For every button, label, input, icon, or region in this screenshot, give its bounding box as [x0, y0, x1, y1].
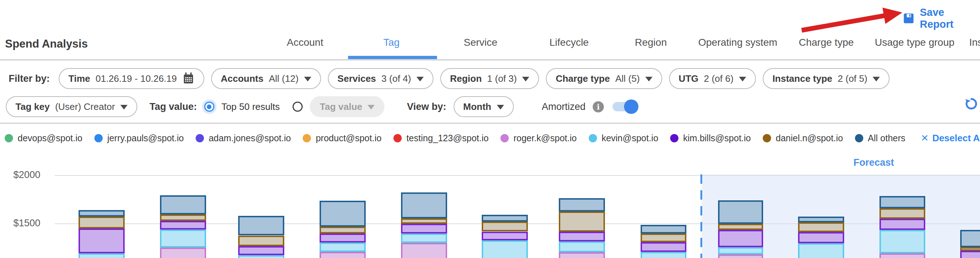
- bar-6-segment-kim-bills[interactable]: [482, 232, 528, 241]
- bar-1-segment-kim-bills[interactable]: [78, 228, 125, 253]
- tab-usage-type-group[interactable]: Usage type group: [875, 37, 955, 48]
- bar-2-segment-daniel-n[interactable]: [160, 214, 206, 221]
- bar-1-segment-daniel-n[interactable]: [78, 217, 125, 228]
- bar-1-segment-all-others[interactable]: [78, 210, 125, 217]
- legend-item-daniel-n[interactable]: daniel.n@spot.io: [763, 133, 843, 143]
- bar-4-segment-roger-k[interactable]: [320, 252, 366, 258]
- chevron-down-icon: [304, 77, 311, 81]
- bar-4-segment-all-others[interactable]: [320, 201, 366, 227]
- amortized-toggle[interactable]: [612, 101, 636, 112]
- bar-7-segment-daniel-n[interactable]: [559, 212, 605, 232]
- bar-9-segment-kevin[interactable]: [718, 247, 763, 255]
- bar-11-segment-kevin[interactable]: [880, 230, 925, 253]
- bar-10-segment-kevin[interactable]: [798, 243, 844, 258]
- legend-item-jerry-pauls[interactable]: jerry.pauls@spot.io: [94, 133, 184, 143]
- filter-by-label: Filter by:: [9, 73, 50, 84]
- info-icon[interactable]: i: [593, 101, 604, 112]
- bar-8-segment-kevin[interactable]: [641, 252, 686, 258]
- bar-6-segment-kevin[interactable]: [482, 240, 528, 258]
- pill-value: All (5): [616, 73, 640, 84]
- legend-label: testing_123@spot.io: [406, 133, 488, 143]
- tab-region[interactable]: Region: [635, 37, 667, 48]
- bar-8-segment-all-others[interactable]: [641, 225, 686, 234]
- tab-operating-system[interactable]: Operating system: [698, 37, 777, 48]
- bar-12-segment-kim-bills[interactable]: [960, 251, 980, 258]
- bar-7-segment-kevin[interactable]: [559, 241, 605, 252]
- tab-inst[interactable]: Inst: [969, 37, 980, 48]
- bar-8-segment-daniel-n[interactable]: [641, 234, 686, 242]
- bar-7-segment-roger-k[interactable]: [559, 252, 605, 258]
- filter-pill-accounts[interactable]: AccountsAll (12): [211, 68, 321, 89]
- legend-item-testing-123[interactable]: testing_123@spot.io: [393, 133, 488, 143]
- bar-5-segment-all-others[interactable]: [401, 193, 447, 218]
- chevron-down-icon: [417, 77, 424, 81]
- legend-item-adam-jones[interactable]: adam.jones@spot.io: [196, 133, 291, 143]
- bar-3-segment-all-others[interactable]: [238, 216, 284, 236]
- bar-4-segment-kevin[interactable]: [320, 242, 366, 252]
- bar-2-segment-all-others[interactable]: [160, 195, 206, 214]
- bar-6-segment-daniel-n[interactable]: [482, 221, 528, 232]
- filter-pill-charge-type[interactable]: Charge typeAll (5): [546, 68, 662, 89]
- bar-10-segment-kim-bills[interactable]: [798, 232, 844, 243]
- bar-1-segment-kevin[interactable]: [78, 253, 125, 258]
- legend-item-devops[interactable]: devops@spot.io: [5, 133, 83, 143]
- tab-service[interactable]: Service: [464, 37, 497, 48]
- tab-tag[interactable]: Tag: [383, 37, 399, 48]
- bar-8-segment-kim-bills[interactable]: [641, 242, 686, 252]
- bar-2-segment-kim-bills[interactable]: [160, 221, 206, 229]
- legend-item-all-others[interactable]: All others: [855, 133, 905, 143]
- bar-7-segment-all-others[interactable]: [559, 198, 605, 212]
- legend-dot: [5, 134, 13, 142]
- bar-9-segment-all-others[interactable]: [718, 200, 763, 224]
- radio-top-50-results[interactable]: [204, 102, 215, 112]
- bar-5-segment-kevin[interactable]: [401, 234, 447, 243]
- bar-5-segment-daniel-n[interactable]: [401, 218, 447, 224]
- bar-9-segment-daniel-n[interactable]: [718, 224, 763, 230]
- bar-9-segment-roger-k[interactable]: [718, 255, 763, 258]
- amortized-label: Amortized: [542, 101, 586, 112]
- bar-3-segment-kim-bills[interactable]: [238, 246, 284, 255]
- bar-12-segment-daniel-n[interactable]: [960, 247, 980, 251]
- bar-11-segment-daniel-n[interactable]: [880, 208, 925, 219]
- bar-3-segment-daniel-n[interactable]: [238, 236, 284, 247]
- filter-pill-time[interactable]: Time01.26.19 - 10.26.19: [59, 68, 204, 89]
- tab-charge-type[interactable]: Charge type: [799, 37, 854, 48]
- bar-2-segment-roger-k[interactable]: [160, 248, 206, 258]
- bar-11-segment-kim-bills[interactable]: [880, 219, 925, 230]
- top-50-results-label: Top 50 results: [221, 101, 280, 112]
- filter-pill-region[interactable]: Region1 (of 3): [440, 68, 539, 89]
- filter-pill-services[interactable]: Services3 (of 4): [328, 68, 433, 89]
- legend-item-roger-k[interactable]: roger.k@spot.io: [500, 133, 576, 143]
- bar-3-segment-kevin[interactable]: [238, 255, 284, 258]
- bar-6-segment-all-others[interactable]: [482, 215, 528, 221]
- legend-item-kevin[interactable]: kevin@spot.io: [589, 133, 658, 143]
- legend-label: kim.bills@spot.io: [683, 133, 751, 143]
- legend-item-product[interactable]: product@spot.io: [303, 133, 381, 143]
- radio-tag-value[interactable]: [293, 102, 303, 112]
- bar-4-segment-kim-bills[interactable]: [320, 234, 366, 243]
- chart-legend: devops@spot.iojerry.pauls@spot.ioadam.jo…: [5, 132, 980, 144]
- view-by-month-pill[interactable]: Month: [453, 96, 514, 117]
- bar-9-segment-kim-bills[interactable]: [718, 230, 763, 247]
- save-report-button[interactable]: Save Report: [902, 6, 980, 30]
- filter-pill-utg[interactable]: UTG2 (of 6): [669, 68, 756, 89]
- tab-lifecycle[interactable]: Lifecycle: [549, 37, 589, 48]
- bar-11-segment-roger-k[interactable]: [880, 253, 925, 258]
- bar-5-segment-kim-bills[interactable]: [401, 224, 447, 234]
- legend-item-kim-bills[interactable]: kim.bills@spot.io: [670, 133, 751, 143]
- bar-10-segment-daniel-n[interactable]: [798, 222, 844, 233]
- filter-row-primary: Filter by: Time01.26.19 - 10.26.19Accoun…: [9, 68, 889, 89]
- tag-key-pill[interactable]: Tag key (User) Creator: [6, 96, 137, 117]
- chevron-down-icon: [120, 105, 127, 110]
- bar-2-segment-kevin[interactable]: [160, 229, 206, 248]
- deselect-all-button[interactable]: ✕ Deselect All: [921, 132, 980, 144]
- bar-10-segment-all-others[interactable]: [798, 217, 844, 222]
- refresh-button[interactable]: [964, 97, 978, 112]
- filter-pill-instance-type[interactable]: Instance type2 (of 5): [763, 68, 890, 89]
- tab-account[interactable]: Account: [287, 37, 323, 48]
- bar-12-segment-all-others[interactable]: [960, 230, 980, 247]
- bar-11-segment-all-others[interactable]: [880, 196, 925, 208]
- bar-7-segment-kim-bills[interactable]: [559, 232, 605, 241]
- bar-4-segment-daniel-n[interactable]: [320, 227, 366, 234]
- bar-5-segment-roger-k[interactable]: [401, 243, 447, 258]
